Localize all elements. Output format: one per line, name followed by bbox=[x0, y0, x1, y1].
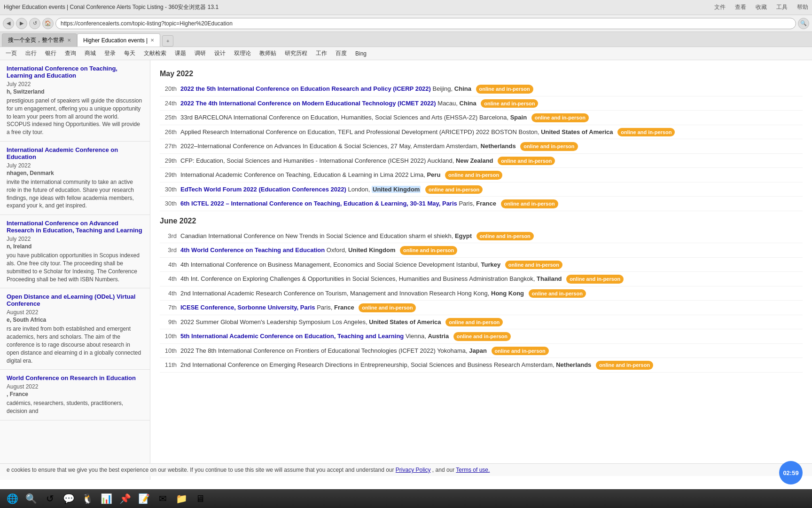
sidebar-card-3-date: August 2022 bbox=[7, 309, 143, 316]
sidebar-card-4: World Conference on Research in Educatio… bbox=[0, 370, 150, 421]
event-location: Hong Kong, Hong Kong bbox=[457, 290, 524, 297]
event-badge: online and in-person bbox=[400, 246, 457, 255]
sidebar-card-0-date: July 2022 bbox=[7, 81, 143, 87]
event-row: 11th 2nd International Conference on Eme… bbox=[160, 358, 803, 373]
event-name-link[interactable]: 2022 The 4th International Conference on… bbox=[180, 100, 436, 107]
home-button[interactable]: 🏠 bbox=[42, 18, 54, 29]
event-badge: online and in-person bbox=[596, 361, 653, 370]
menu-file[interactable]: 文件 bbox=[714, 3, 726, 11]
sidebar-card-1-title[interactable]: International Academic Conference on Edu… bbox=[7, 146, 143, 160]
menu-view[interactable]: 查看 bbox=[735, 3, 746, 11]
bookmark-model[interactable]: 双理论 bbox=[231, 48, 254, 58]
taskbar-icon-browser[interactable]: 🌐 bbox=[4, 490, 21, 507]
back-button[interactable]: ◀ bbox=[3, 18, 14, 29]
event-badge: online and in-person bbox=[498, 157, 555, 166]
terms-link[interactable]: Terms of use. bbox=[456, 467, 490, 473]
tab-higher-ed-close[interactable]: ✕ bbox=[150, 38, 154, 43]
event-name-plain: CFP: Education, Social Sciences and Huma… bbox=[180, 157, 426, 164]
event-badge: online and in-person bbox=[453, 332, 511, 341]
bookmark-all[interactable]: 一页 bbox=[3, 48, 20, 58]
event-name-plain: 4th International Conference on Business… bbox=[180, 261, 454, 268]
event-name-link[interactable]: 6th ICTEL 2022 – International Conferenc… bbox=[180, 200, 457, 207]
event-badge: online and in-person bbox=[445, 318, 503, 327]
event-day: 3rd bbox=[160, 231, 177, 239]
event-row: 4th 2nd International Academic Research … bbox=[160, 286, 803, 301]
taskbar-icon-folder[interactable]: 📁 bbox=[173, 490, 190, 507]
refresh-button[interactable]: ↺ bbox=[29, 18, 40, 29]
menu-tools[interactable]: 工具 bbox=[776, 3, 788, 11]
taskbar-icon-search[interactable]: 🔍 bbox=[23, 490, 39, 507]
browser-title: Higher Education events | Conal Conferen… bbox=[4, 3, 714, 11]
event-name-plain: 2nd International Conference on Emerging… bbox=[180, 361, 520, 368]
event-name-link[interactable]: 2022 the 5th International Conference on… bbox=[180, 85, 431, 92]
bookmark-history[interactable]: 研究历程 bbox=[282, 48, 310, 58]
sidebar-card-0-title[interactable]: International Conference on Teaching, Le… bbox=[7, 65, 143, 79]
clock-time: 02:59 bbox=[783, 469, 798, 476]
new-tab-button[interactable]: + bbox=[162, 35, 173, 47]
section-header-may: May 2022 bbox=[160, 70, 803, 78]
event-name-link[interactable]: 5th International Academic Conference on… bbox=[180, 333, 404, 340]
bookmark-bank[interactable]: 银行 bbox=[42, 48, 59, 58]
taskbar-icon-refresh[interactable]: ↺ bbox=[41, 490, 58, 507]
cookie-and-text: , and our bbox=[432, 467, 456, 473]
taskbar-icon-word[interactable]: 📝 bbox=[135, 490, 152, 507]
event-day: 3rd bbox=[160, 246, 177, 254]
tabs-bar: 搜一个全页，整个世界 ✕ Higher Education events | ✕… bbox=[0, 32, 812, 47]
event-day: 20th bbox=[160, 84, 177, 92]
bookmark-baidu[interactable]: 百度 bbox=[333, 48, 350, 58]
bookmark-teacher[interactable]: 教师贴 bbox=[257, 48, 279, 58]
event-name-plain: Applied Research International Conferenc… bbox=[180, 128, 517, 135]
event-name-plain: 2nd International Academic Research Conf… bbox=[180, 290, 455, 297]
sidebar-card-3-location: e, South Africa bbox=[7, 317, 143, 323]
event-info: 6th ICTEL 2022 – International Conferenc… bbox=[180, 199, 803, 208]
event-info: 33rd BARCELONA International Conference … bbox=[180, 113, 803, 122]
address-bar[interactable]: https://conferencealerts.com/topic-listi… bbox=[55, 18, 796, 29]
tab-higher-ed[interactable]: Higher Education events | ✕ bbox=[77, 33, 160, 47]
bookmark-daily[interactable]: 每天 bbox=[121, 48, 138, 58]
event-name-link[interactable]: EdTech World Forum 2022 (Education Confe… bbox=[180, 186, 346, 193]
titlebar-controls[interactable]: 文件 查看 收藏 工具 帮助 bbox=[714, 3, 808, 11]
bookmark-login[interactable]: 登录 bbox=[102, 48, 118, 58]
taskbar-icon-email[interactable]: ✉ bbox=[154, 490, 171, 507]
sidebar-card-2-title[interactable]: International Conference on Advanced Res… bbox=[7, 220, 143, 234]
menu-bookmarks[interactable]: 收藏 bbox=[756, 3, 767, 11]
sidebar-card-0-location: h, Switzerland bbox=[7, 88, 143, 95]
event-row: 10th 2022 The 8th International Conferen… bbox=[160, 344, 803, 358]
bookmark-travel[interactable]: 出行 bbox=[23, 48, 39, 58]
menu-help[interactable]: 帮助 bbox=[797, 3, 808, 11]
forward-button[interactable]: ▶ bbox=[16, 18, 27, 29]
bookmark-research[interactable]: 调研 bbox=[192, 48, 209, 58]
bookmark-shop[interactable]: 商城 bbox=[82, 48, 99, 58]
bookmark-work[interactable]: 工作 bbox=[313, 48, 330, 58]
taskbar-icon-excel[interactable]: 📊 bbox=[98, 490, 115, 507]
sidebar-card-3-title[interactable]: Open Distance and eLearning (ODeL) Virtu… bbox=[7, 293, 143, 307]
event-location: Amsterdam, Netherlands bbox=[522, 361, 592, 368]
taskbar-icon-penguin[interactable]: 🐧 bbox=[79, 490, 96, 507]
event-name-link[interactable]: ICESE Conference, Sorbonne University, P… bbox=[180, 304, 315, 311]
event-info: 4th Int. Conference on Exploring Challen… bbox=[180, 274, 803, 284]
tab-world[interactable]: 搜一个全页，整个世界 ✕ bbox=[2, 33, 77, 47]
search-button[interactable]: 🔍 bbox=[798, 18, 809, 29]
sidebar-card-2: International Conference on Advanced Res… bbox=[0, 215, 150, 288]
event-badge: online and in-person bbox=[481, 99, 538, 108]
bookmark-literature[interactable]: 文献检索 bbox=[141, 48, 169, 58]
event-name-link[interactable]: 4th World Conference on Teaching and Edu… bbox=[180, 246, 325, 254]
event-row: 4th 4th International Conference on Busi… bbox=[160, 258, 803, 272]
event-location: Beijing, China bbox=[433, 85, 471, 92]
sidebar-card-4-title[interactable]: World Conference on Research in Educatio… bbox=[7, 374, 143, 381]
bookmark-query[interactable]: 查询 bbox=[62, 48, 79, 58]
bookmark-project[interactable]: 课题 bbox=[172, 48, 189, 58]
tab-world-close[interactable]: ✕ bbox=[67, 38, 71, 43]
event-day: 4th bbox=[160, 274, 177, 282]
bookmark-bing[interactable]: Bing bbox=[352, 49, 369, 58]
event-info: EdTech World Forum 2022 (Education Confe… bbox=[180, 185, 803, 194]
event-row: 26th Applied Research International Conf… bbox=[160, 125, 803, 140]
taskbar-icon-powerpoint[interactable]: 📌 bbox=[117, 490, 133, 507]
taskbar-icon-chat[interactable]: 💬 bbox=[60, 490, 77, 507]
bookmark-design[interactable]: 设计 bbox=[211, 48, 228, 58]
event-badge: online and in-person bbox=[529, 289, 586, 298]
event-location: sharm el shiekh, Egypt bbox=[409, 232, 472, 239]
taskbar-icon-files[interactable]: 🖥 bbox=[192, 490, 209, 507]
clock-badge: 02:59 bbox=[779, 461, 803, 484]
privacy-policy-link[interactable]: Privacy Policy bbox=[396, 467, 431, 473]
